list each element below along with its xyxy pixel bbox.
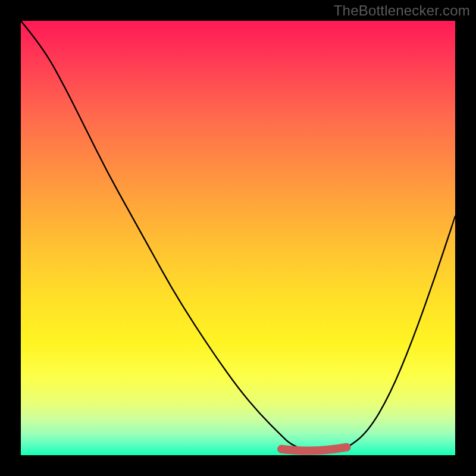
plot-area [21,21,455,455]
chart-frame: TheBottlenecker.com [0,0,476,476]
optimal-range-marker [281,447,347,451]
watermark-text: TheBottlenecker.com [334,2,470,19]
curve-svg [21,21,455,455]
bottleneck-curve [21,21,455,452]
